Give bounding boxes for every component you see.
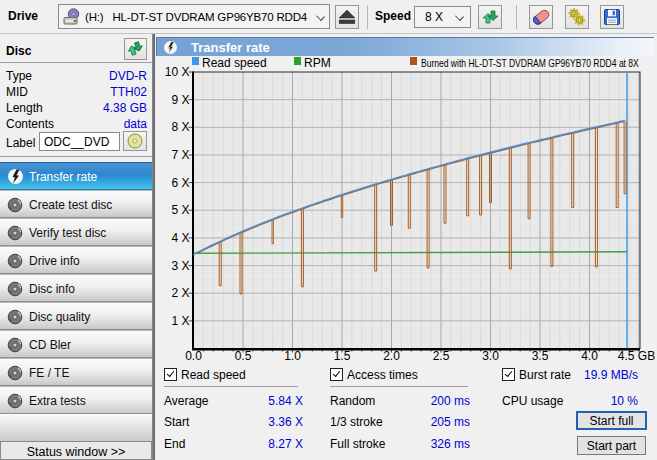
- svg-text:4.0: 4.0: [581, 349, 598, 363]
- svg-text:6 X: 6 X: [171, 176, 189, 190]
- svg-text:5 X: 5 X: [171, 203, 189, 217]
- svg-text:10 X: 10 X: [165, 65, 190, 79]
- svg-text:1.5: 1.5: [334, 349, 351, 363]
- svg-text:1 X: 1 X: [171, 314, 189, 328]
- svg-text:3.5: 3.5: [532, 349, 549, 363]
- svg-text:7 X: 7 X: [171, 148, 189, 162]
- svg-text:1.0: 1.0: [284, 349, 301, 363]
- svg-text:0.0: 0.0: [185, 349, 202, 363]
- svg-text:8 X: 8 X: [171, 120, 189, 134]
- svg-text:9 X: 9 X: [171, 93, 189, 107]
- svg-text:3.0: 3.0: [482, 349, 499, 363]
- svg-text:3 X: 3 X: [171, 259, 189, 273]
- svg-text:4.5 GB: 4.5 GB: [618, 349, 655, 363]
- svg-text:2.5: 2.5: [433, 349, 450, 363]
- svg-text:0.5: 0.5: [235, 349, 252, 363]
- svg-text:2.0: 2.0: [383, 349, 400, 363]
- svg-text:4 X: 4 X: [171, 231, 189, 245]
- svg-text:2 X: 2 X: [171, 286, 189, 300]
